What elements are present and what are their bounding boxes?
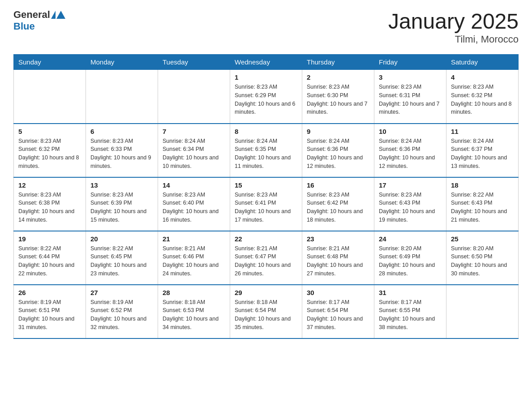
- calendar-cell: 15Sunrise: 8:23 AM Sunset: 6:41 PM Dayli…: [230, 177, 302, 231]
- calendar-cell: 7Sunrise: 8:24 AM Sunset: 6:34 PM Daylig…: [158, 124, 230, 177]
- calendar-cell: 22Sunrise: 8:21 AM Sunset: 6:47 PM Dayli…: [230, 231, 302, 285]
- day-info: Sunrise: 8:23 AM Sunset: 6:32 PM Dayligh…: [18, 137, 81, 171]
- day-info: Sunrise: 8:20 AM Sunset: 6:49 PM Dayligh…: [379, 244, 442, 278]
- day-number: 17: [379, 181, 442, 189]
- calendar-header-row: SundayMondayTuesdayWednesdayThursdayFrid…: [14, 55, 519, 70]
- calendar-day-header: Wednesday: [230, 55, 302, 70]
- calendar-day-header: Sunday: [14, 55, 86, 70]
- page-title: January 2025: [388, 9, 519, 34]
- day-number: 15: [235, 181, 297, 189]
- calendar-cell: 20Sunrise: 8:22 AM Sunset: 6:45 PM Dayli…: [86, 231, 158, 285]
- day-number: 22: [235, 235, 297, 243]
- day-number: 27: [90, 289, 153, 296]
- day-number: 1: [235, 73, 297, 81]
- calendar-cell: [158, 70, 230, 124]
- calendar-week-row: 12Sunrise: 8:23 AM Sunset: 6:38 PM Dayli…: [14, 177, 519, 231]
- day-info: Sunrise: 8:23 AM Sunset: 6:42 PM Dayligh…: [307, 191, 369, 224]
- calendar-cell: 25Sunrise: 8:20 AM Sunset: 6:50 PM Dayli…: [446, 231, 519, 285]
- calendar-cell: 30Sunrise: 8:17 AM Sunset: 6:54 PM Dayli…: [302, 285, 374, 338]
- calendar-week-row: 26Sunrise: 8:19 AM Sunset: 6:51 PM Dayli…: [14, 285, 519, 338]
- calendar-cell: 23Sunrise: 8:21 AM Sunset: 6:48 PM Dayli…: [302, 231, 374, 285]
- calendar-cell: 3Sunrise: 8:23 AM Sunset: 6:31 PM Daylig…: [374, 70, 446, 124]
- day-info: Sunrise: 8:18 AM Sunset: 6:53 PM Dayligh…: [163, 298, 225, 332]
- day-info: Sunrise: 8:24 AM Sunset: 6:35 PM Dayligh…: [235, 137, 297, 171]
- calendar-day-header: Tuesday: [158, 55, 230, 70]
- calendar-day-header: Friday: [374, 55, 446, 70]
- day-info: Sunrise: 8:24 AM Sunset: 6:36 PM Dayligh…: [307, 137, 369, 171]
- day-info: Sunrise: 8:20 AM Sunset: 6:50 PM Dayligh…: [451, 244, 514, 278]
- day-number: 21: [163, 235, 225, 243]
- day-info: Sunrise: 8:23 AM Sunset: 6:33 PM Dayligh…: [90, 137, 153, 171]
- calendar-cell: 11Sunrise: 8:24 AM Sunset: 6:37 PM Dayli…: [446, 124, 519, 177]
- calendar-cell: 29Sunrise: 8:18 AM Sunset: 6:54 PM Dayli…: [230, 285, 302, 338]
- day-info: Sunrise: 8:24 AM Sunset: 6:37 PM Dayligh…: [451, 137, 514, 171]
- day-info: Sunrise: 8:21 AM Sunset: 6:46 PM Dayligh…: [163, 244, 225, 278]
- calendar-cell: [14, 70, 86, 124]
- calendar-cell: 28Sunrise: 8:18 AM Sunset: 6:53 PM Dayli…: [158, 285, 230, 338]
- day-info: Sunrise: 8:19 AM Sunset: 6:52 PM Dayligh…: [90, 298, 153, 332]
- day-number: 9: [307, 128, 369, 135]
- day-number: 19: [18, 235, 81, 243]
- calendar-cell: 4Sunrise: 8:23 AM Sunset: 6:32 PM Daylig…: [446, 70, 519, 124]
- day-info: Sunrise: 8:23 AM Sunset: 6:38 PM Dayligh…: [18, 191, 81, 224]
- calendar-cell: 8Sunrise: 8:24 AM Sunset: 6:35 PM Daylig…: [230, 124, 302, 177]
- day-number: 2: [307, 73, 369, 81]
- calendar-week-row: 1Sunrise: 8:23 AM Sunset: 6:29 PM Daylig…: [14, 70, 519, 124]
- day-number: 29: [235, 289, 297, 296]
- calendar-day-header: Thursday: [302, 55, 374, 70]
- day-number: 14: [163, 181, 225, 189]
- calendar-cell: 14Sunrise: 8:23 AM Sunset: 6:40 PM Dayli…: [158, 177, 230, 231]
- page-header: General Blue January 2025 Tilmi, Morocco: [13, 9, 519, 45]
- calendar-cell: 13Sunrise: 8:23 AM Sunset: 6:39 PM Dayli…: [86, 177, 158, 231]
- day-number: 11: [451, 128, 514, 135]
- calendar-table: SundayMondayTuesdayWednesdayThursdayFrid…: [13, 54, 519, 339]
- calendar-cell: 17Sunrise: 8:23 AM Sunset: 6:43 PM Dayli…: [374, 177, 446, 231]
- day-info: Sunrise: 8:18 AM Sunset: 6:54 PM Dayligh…: [235, 298, 297, 332]
- day-info: Sunrise: 8:23 AM Sunset: 6:29 PM Dayligh…: [235, 83, 297, 116]
- day-number: 16: [307, 181, 369, 189]
- calendar-cell: 27Sunrise: 8:19 AM Sunset: 6:52 PM Dayli…: [86, 285, 158, 338]
- logo-blue-text: Blue: [13, 21, 35, 32]
- calendar-cell: 18Sunrise: 8:22 AM Sunset: 6:43 PM Dayli…: [446, 177, 519, 231]
- day-number: 5: [18, 128, 81, 135]
- day-info: Sunrise: 8:23 AM Sunset: 6:41 PM Dayligh…: [235, 191, 297, 224]
- day-number: 26: [18, 289, 81, 296]
- day-number: 23: [307, 235, 369, 243]
- day-number: 10: [379, 128, 442, 135]
- day-number: 13: [90, 181, 153, 189]
- calendar-cell: 16Sunrise: 8:23 AM Sunset: 6:42 PM Dayli…: [302, 177, 374, 231]
- day-info: Sunrise: 8:17 AM Sunset: 6:54 PM Dayligh…: [307, 298, 369, 332]
- calendar-cell: 9Sunrise: 8:24 AM Sunset: 6:36 PM Daylig…: [302, 124, 374, 177]
- day-number: 28: [163, 289, 225, 296]
- day-info: Sunrise: 8:21 AM Sunset: 6:48 PM Dayligh…: [307, 244, 369, 278]
- day-info: Sunrise: 8:23 AM Sunset: 6:43 PM Dayligh…: [379, 191, 442, 224]
- day-number: 31: [379, 289, 442, 296]
- day-info: Sunrise: 8:24 AM Sunset: 6:34 PM Dayligh…: [163, 137, 225, 171]
- day-info: Sunrise: 8:17 AM Sunset: 6:55 PM Dayligh…: [379, 298, 442, 332]
- day-info: Sunrise: 8:19 AM Sunset: 6:51 PM Dayligh…: [18, 298, 81, 332]
- calendar-cell: [86, 70, 158, 124]
- page-subtitle: Tilmi, Morocco: [388, 34, 519, 45]
- day-info: Sunrise: 8:23 AM Sunset: 6:31 PM Dayligh…: [379, 83, 442, 116]
- day-number: 6: [90, 128, 153, 135]
- calendar-cell: 5Sunrise: 8:23 AM Sunset: 6:32 PM Daylig…: [14, 124, 86, 177]
- day-number: 7: [163, 128, 225, 135]
- calendar-cell: 26Sunrise: 8:19 AM Sunset: 6:51 PM Dayli…: [14, 285, 86, 338]
- day-number: 30: [307, 289, 369, 296]
- calendar-cell: 31Sunrise: 8:17 AM Sunset: 6:55 PM Dayli…: [374, 285, 446, 338]
- calendar-cell: [446, 285, 519, 338]
- calendar-week-row: 5Sunrise: 8:23 AM Sunset: 6:32 PM Daylig…: [14, 124, 519, 177]
- title-block: January 2025 Tilmi, Morocco: [388, 9, 519, 45]
- calendar-cell: 12Sunrise: 8:23 AM Sunset: 6:38 PM Dayli…: [14, 177, 86, 231]
- day-info: Sunrise: 8:23 AM Sunset: 6:30 PM Dayligh…: [307, 83, 369, 116]
- day-info: Sunrise: 8:22 AM Sunset: 6:43 PM Dayligh…: [451, 191, 514, 224]
- calendar-week-row: 19Sunrise: 8:22 AM Sunset: 6:44 PM Dayli…: [14, 231, 519, 285]
- calendar-cell: 19Sunrise: 8:22 AM Sunset: 6:44 PM Dayli…: [14, 231, 86, 285]
- day-number: 20: [90, 235, 153, 243]
- calendar-cell: 6Sunrise: 8:23 AM Sunset: 6:33 PM Daylig…: [86, 124, 158, 177]
- day-info: Sunrise: 8:23 AM Sunset: 6:32 PM Dayligh…: [451, 83, 514, 116]
- logo-general-text: General: [13, 9, 50, 21]
- calendar-cell: 2Sunrise: 8:23 AM Sunset: 6:30 PM Daylig…: [302, 70, 374, 124]
- day-info: Sunrise: 8:22 AM Sunset: 6:45 PM Dayligh…: [90, 244, 153, 278]
- day-info: Sunrise: 8:22 AM Sunset: 6:44 PM Dayligh…: [18, 244, 81, 278]
